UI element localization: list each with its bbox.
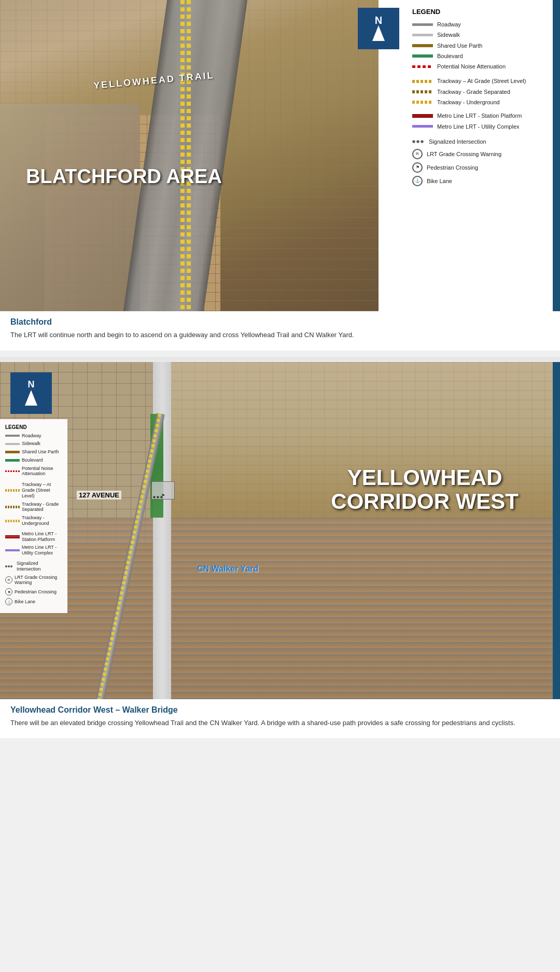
legend-item-noise: Potential Noise Attenuation bbox=[412, 63, 552, 70]
legend-item-roadway: Roadway bbox=[412, 21, 552, 28]
top-section: YELLOWHEAD TRAIL BLATCHFORD AREA N LEGEN… bbox=[0, 0, 560, 351]
top-caption: Blatchford The LRT will continue north a… bbox=[0, 311, 560, 351]
legend-panel-bottom: LEGEND Roadway Sidewalk Shared Use Parth… bbox=[0, 419, 67, 614]
legend-item-trackway-separated: Trackway - Grade Separated bbox=[412, 88, 552, 95]
roadway-line-icon bbox=[5, 435, 20, 437]
north-arrow-bottom: N bbox=[10, 372, 52, 414]
aerial-imagery-top bbox=[0, 0, 379, 311]
arrow-icon-bottom bbox=[25, 390, 37, 406]
sidewalk-line-icon bbox=[5, 443, 20, 445]
right-border-bottom bbox=[553, 362, 560, 699]
trackway-sep-icon-sm bbox=[5, 506, 20, 508]
legend-boulevard-bottom: Boulevard bbox=[5, 457, 62, 463]
right-border-stripe bbox=[553, 0, 560, 311]
legend-item-trackway-underground: Trackway - Underground bbox=[412, 99, 552, 106]
bike-lane-icon: ⚓ bbox=[412, 176, 423, 186]
shared-use-line-icon bbox=[5, 451, 20, 453]
sidewalk-icon bbox=[412, 34, 433, 36]
caption-title-bottom: Yellowhead Corridor West – Walker Bridge bbox=[10, 705, 550, 715]
blatchford-area-label: BLATCHFORD AREA bbox=[26, 166, 222, 188]
legend-metro-station-bottom: Metro Line LRT - Station Platform bbox=[5, 531, 62, 543]
legend-item-bike: ⚓ Bike Lane bbox=[412, 176, 552, 186]
avenue-127-label: 127 AVENUE bbox=[77, 491, 121, 499]
bottom-caption: Yellowhead Corridor West – Walker Bridge… bbox=[0, 699, 560, 739]
legend-item-pedestrian: ⚑ Pedestrian Crossing bbox=[412, 162, 552, 173]
legend-noise-bottom: Potential Noise Attenuation bbox=[5, 466, 62, 477]
legend-shared-bottom: Shared Use Parth bbox=[5, 449, 62, 455]
legend-panel-top: LEGEND Roadway Sidewalk Shared Use Parth… bbox=[404, 0, 560, 311]
legend-signal-bottom: Signalized Intersection bbox=[5, 561, 62, 572]
section-separator bbox=[0, 357, 560, 362]
legend-lrt-warning-bottom: R LRT Grade Crossing Warning bbox=[5, 575, 62, 586]
arrow-icon bbox=[372, 25, 385, 41]
signal-icons bbox=[153, 496, 163, 498]
legend-item-shared-use: Shared Use Parth bbox=[412, 42, 552, 49]
legend-ped-bottom: ⚑ Pedestrian Crossing bbox=[5, 588, 62, 595]
legend-title-bottom: LEGEND bbox=[5, 424, 62, 430]
trackway-underground-icon bbox=[412, 101, 433, 104]
legend-item-trackway-grade: Trackway – At Grade (Street Level) bbox=[412, 77, 552, 85]
bottom-section: YELLOWHEAD CORRIDOR WEST CN Walker Yard … bbox=[0, 362, 560, 739]
boulevard-line-icon bbox=[5, 459, 20, 462]
caption-text-top: The LRT will continue north and begin to… bbox=[10, 330, 550, 340]
shared-use-icon bbox=[412, 44, 433, 47]
legend-trackway-sep-bottom: Trackway - Grade Separated bbox=[5, 502, 62, 513]
caption-text-bottom: There will be an elevated bridge crossin… bbox=[10, 718, 550, 728]
caption-title-top: Blatchford bbox=[10, 317, 550, 327]
legend-sidewalk-bottom: Sidewalk bbox=[5, 441, 62, 447]
rail-yard bbox=[0, 518, 560, 699]
signalized-icon bbox=[412, 137, 425, 146]
trackway-at-grade-icon bbox=[412, 80, 433, 83]
legend-trackway-grade-bottom: Trackway – At Grade (Street Level) bbox=[5, 482, 62, 498]
bike-icon-sm: ⚓ bbox=[5, 598, 12, 605]
pedestrian-icon: ⚑ bbox=[412, 162, 423, 173]
metro-utility-icon bbox=[412, 125, 433, 128]
cn-walker-label: CN Walker Yard bbox=[197, 564, 258, 574]
metro-utility-icon-sm bbox=[5, 549, 20, 551]
legend-trackway-ug-bottom: Trackway - Underground bbox=[5, 515, 62, 526]
signal-icon-sm bbox=[5, 563, 15, 570]
lrt-crossing-icon: R bbox=[412, 149, 423, 159]
bottom-map: YELLOWHEAD CORRIDOR WEST CN Walker Yard … bbox=[0, 362, 560, 699]
trackway-grade-separated-icon bbox=[412, 90, 433, 93]
legend-item-signalized: Signalized Intersection bbox=[412, 137, 552, 146]
legend-bike-bottom: ⚓ Bike Lane bbox=[5, 598, 62, 605]
metro-station-icon-sm bbox=[5, 535, 20, 538]
legend-metro-utility-bottom: Metro Line LRT - Utility Complex bbox=[5, 545, 62, 556]
legend-item-metro-utility: Metro Line LRT - Utility Complex bbox=[412, 123, 552, 130]
boulevard-icon bbox=[412, 54, 433, 58]
legend-item-boulevard: Boulevard bbox=[412, 52, 552, 60]
yellowhead-corridor-label: YELLOWHEAD CORRIDOR WEST bbox=[331, 466, 519, 513]
legend-item-metro-station: Metro Line LRT - Station Platform bbox=[412, 112, 552, 119]
ped-icon-sm: ⚑ bbox=[5, 588, 12, 595]
legend-title: LEGEND bbox=[412, 8, 552, 16]
legend-roadway-bottom: Roadway bbox=[5, 433, 62, 439]
top-map: YELLOWHEAD TRAIL BLATCHFORD AREA N LEGEN… bbox=[0, 0, 560, 311]
main-road bbox=[153, 362, 171, 699]
noise-line-icon bbox=[5, 470, 20, 472]
lrt-warning-icon-sm: R bbox=[5, 576, 12, 584]
roadway-icon bbox=[412, 23, 433, 26]
legend-item-lrt-crossing: R LRT Grade Crossing Warning bbox=[412, 149, 552, 159]
north-arrow-top: N bbox=[358, 8, 399, 49]
metro-station-icon bbox=[412, 114, 433, 118]
trackway-ug-icon-sm bbox=[5, 520, 20, 522]
noise-attenuation-icon bbox=[412, 65, 433, 68]
legend-item-sidewalk: Sidewalk bbox=[412, 31, 552, 38]
trackway-grade-icon-sm bbox=[5, 489, 20, 492]
